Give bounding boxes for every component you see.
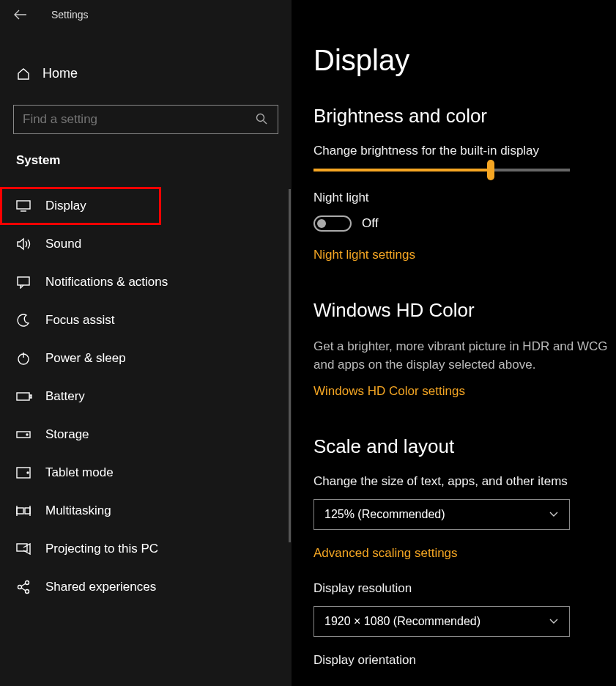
home-icon [16,67,32,81]
multitasking-icon [16,505,32,517]
svg-rect-10 [17,508,23,514]
scrollbar[interactable] [289,189,291,542]
sidebar-item-storage[interactable]: Storage [0,416,292,454]
sidebar: Settings Home System Display Sound Notif… [0,0,292,686]
content-area: Display Brightness and color Change brig… [292,0,616,686]
search-box [13,105,278,134]
sidebar-item-label: Multitasking [45,504,111,518]
sidebar-item-battery[interactable]: Battery [0,377,292,416]
storage-icon [16,429,32,440]
night-light-label: Night light [313,191,616,205]
svg-point-7 [26,434,28,435]
resolution-label: Display resolution [313,581,616,596]
back-icon[interactable] [13,10,26,20]
hd-color-section: Windows HD Color Get a brighter, more vi… [313,299,616,399]
sidebar-item-label: Display [45,199,86,213]
orientation-label: Display orientation [313,653,616,668]
sidebar-item-label: Storage [45,427,89,442]
battery-icon [16,391,32,402]
hd-color-heading: Windows HD Color [313,299,616,322]
section-label: System [0,134,292,175]
sidebar-item-label: Shared experiences [45,580,156,594]
sidebar-item-label: Power & sleep [45,351,126,366]
night-light-settings-link[interactable]: Night light settings [313,248,415,262]
slider-thumb[interactable] [487,160,494,180]
search-icon[interactable] [255,112,268,125]
svg-point-13 [18,586,22,589]
svg-point-9 [27,472,29,473]
svg-point-14 [26,581,29,585]
brightness-section: Brightness and color Change brightness f… [313,105,616,262]
search-input[interactable] [13,105,278,134]
titlebar: Settings [0,0,292,29]
svg-point-15 [26,590,29,594]
sidebar-item-focus-assist[interactable]: Focus assist [0,301,292,339]
resolution-value: 1920 × 1080 (Recommended) [324,615,480,628]
sound-icon [16,237,32,251]
sidebar-item-shared-experiences[interactable]: Shared experiences [0,568,292,606]
sidebar-item-label: Tablet mode [45,465,114,480]
night-light-state: Off [362,216,378,231]
brightness-heading: Brightness and color [313,105,616,128]
resolution-select[interactable]: 1920 × 1080 (Recommended) [313,606,570,637]
svg-point-0 [257,114,264,122]
sidebar-item-label: Notifications & actions [45,275,168,289]
sidebar-item-tablet-mode[interactable]: Tablet mode [0,454,292,492]
svg-rect-11 [25,508,30,514]
sidebar-item-display[interactable]: Display [0,187,161,225]
scale-layout-section: Scale and layout Change the size of text… [313,435,616,668]
svg-rect-5 [30,395,31,398]
svg-rect-12 [17,544,27,551]
svg-rect-1 [17,201,30,209]
window-title: Settings [51,9,89,21]
brightness-slider[interactable] [313,169,570,172]
share-icon [16,580,32,594]
home-label: Home [42,66,78,81]
chevron-down-icon [549,511,559,518]
chevron-down-icon [549,618,559,625]
sidebar-item-label: Battery [45,389,85,404]
sidebar-item-label: Focus assist [45,313,114,328]
brightness-slider-label: Change brightness for the built-in displ… [313,144,616,158]
projecting-icon [16,543,32,555]
scale-select[interactable]: 125% (Recommended) [313,499,570,530]
power-icon [16,351,32,366]
sidebar-item-multitasking[interactable]: Multitasking [0,492,292,530]
scale-label: Change the size of text, apps, and other… [313,474,616,489]
hd-color-settings-link[interactable]: Windows HD Color settings [313,384,465,399]
page-title: Display [313,44,616,77]
svg-rect-2 [18,277,29,285]
scale-heading: Scale and layout [313,435,616,458]
home-button[interactable]: Home [0,56,292,92]
hd-color-description: Get a brighter, more vibrant picture in … [313,338,614,374]
display-icon [16,200,32,212]
sidebar-item-projecting[interactable]: Projecting to this PC [0,530,292,568]
tablet-icon [16,467,32,479]
advanced-scaling-link[interactable]: Advanced scaling settings [313,546,458,561]
svg-rect-4 [17,393,29,400]
scale-value: 125% (Recommended) [324,508,445,521]
notifications-icon [16,276,32,289]
toggle-knob [317,219,326,228]
sidebar-item-power-sleep[interactable]: Power & sleep [0,339,292,377]
sidebar-item-label: Sound [45,237,81,251]
moon-icon [16,313,32,328]
sidebar-item-sound[interactable]: Sound [0,225,292,263]
sidebar-item-notifications[interactable]: Notifications & actions [0,263,292,301]
nav-list: Display Sound Notifications & actions Fo… [0,187,292,606]
sidebar-item-label: Projecting to this PC [45,542,158,556]
night-light-toggle[interactable] [313,215,352,232]
